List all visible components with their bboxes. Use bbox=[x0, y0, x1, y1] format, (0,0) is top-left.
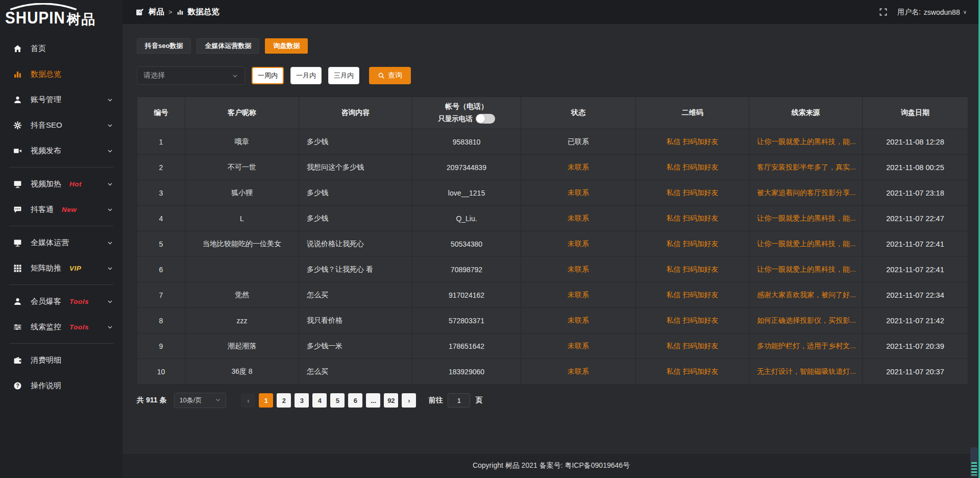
nickname-cell: 狐小狸 bbox=[185, 180, 299, 205]
column-header-6: 线索来源 bbox=[749, 97, 863, 129]
account-cell: 9583810 bbox=[412, 129, 521, 154]
qr-add-friend-link[interactable]: 私信 扫码加好友 bbox=[667, 163, 719, 172]
video-icon bbox=[13, 147, 22, 155]
sidebar-item-video-heating[interactable]: 视频加热 Hot bbox=[0, 171, 122, 197]
range-button-0[interactable]: 一周内 bbox=[252, 67, 284, 84]
sidebar-item-home[interactable]: 首页 bbox=[0, 36, 122, 61]
lead-source-link[interactable]: 被大家追着问的客厅投影分享... bbox=[757, 188, 856, 198]
filter-select[interactable]: 请选择 bbox=[137, 66, 245, 85]
qr-add-friend-link[interactable]: 私信 扫码加好友 bbox=[667, 137, 719, 147]
qr-add-friend-link[interactable]: 私信 扫码加好友 bbox=[667, 291, 719, 300]
goto-page-input[interactable] bbox=[448, 393, 470, 408]
footer: Copyright 树品 2021 备案号: 粤ICP备09019646号 bbox=[122, 453, 980, 478]
lead-source-link[interactable]: 客厅安装投影半年多了，真实... bbox=[757, 163, 856, 172]
prev-page-button[interactable]: ‹ bbox=[241, 393, 255, 408]
page-button-5[interactable]: 5 bbox=[330, 393, 345, 408]
page-button-92[interactable]: 92 bbox=[384, 393, 398, 408]
lead-source-link[interactable]: 让你一眼就爱上的黑科技，能... bbox=[757, 214, 856, 223]
qr-add-friend-link[interactable]: 私信 扫码加好友 bbox=[667, 265, 719, 274]
page-button-4[interactable]: 4 bbox=[312, 393, 327, 408]
lead-source-link[interactable]: 感谢大家喜欢我家，被问了好... bbox=[757, 291, 856, 300]
inquiry-date-cell: 2021-11-07 22:41 bbox=[863, 257, 968, 282]
qr-add-friend-link[interactable]: 私信 扫码加好友 bbox=[667, 367, 719, 376]
breadcrumb-chart-icon bbox=[177, 9, 184, 16]
sidebar-item-account-management[interactable]: 账号管理 bbox=[0, 87, 122, 112]
range-button-1[interactable]: 一月内 bbox=[290, 67, 322, 84]
account-cell: Q_Liu. bbox=[412, 206, 521, 231]
column-header-1: 客户昵称 bbox=[185, 97, 299, 129]
gear-icon bbox=[13, 121, 22, 130]
account-cell: 572803371 bbox=[412, 308, 521, 333]
lead-source-link[interactable]: 多功能护栏灯，适用于乡村文... bbox=[757, 342, 856, 351]
lead-source-link[interactable]: 让你一眼就爱上的黑科技，能... bbox=[757, 137, 856, 147]
qr-add-friend-link[interactable]: 私信 扫码加好友 bbox=[667, 214, 719, 223]
account-cell: 178651642 bbox=[412, 333, 521, 358]
range-buttons: 一周内一月内三月内 bbox=[245, 67, 359, 84]
qr-add-friend-link[interactable]: 私信 扫码加好友 bbox=[667, 316, 719, 325]
chevron-down-icon bbox=[107, 265, 113, 272]
status-cell: 未联系 bbox=[521, 180, 636, 205]
range-button-2[interactable]: 三月内 bbox=[328, 67, 359, 84]
page-button-6[interactable]: 6 bbox=[348, 393, 362, 408]
status-cell: 未联系 bbox=[521, 257, 636, 282]
sidebar-item-consumption-detail[interactable]: 消费明细 bbox=[0, 347, 122, 373]
sidebar-item-douketong[interactable]: 抖客通 New bbox=[0, 197, 122, 222]
sidebar: SHUPIN 树品 首页 数据总览 账号管理 抖音SEO bbox=[0, 0, 122, 478]
nickname-cell: 觉然 bbox=[185, 282, 299, 307]
side-mini-widget bbox=[970, 447, 978, 477]
inquiry-content-cell: 怎么买 bbox=[299, 359, 412, 384]
sidebar-item-tag: New bbox=[62, 206, 77, 213]
qr-add-friend-link[interactable]: 私信 扫码加好友 bbox=[667, 240, 719, 249]
account-cell: love__1215 bbox=[412, 180, 521, 205]
phone-only-toggle[interactable] bbox=[476, 114, 495, 124]
table-row: 5当地比较能吃的一位美女说说价格让我死心50534380未联系私信 扫码加好友让… bbox=[137, 231, 968, 256]
qrcode-actions-cell: 私信 扫码加好友 bbox=[636, 231, 749, 256]
lead-source-link[interactable]: 如何正确选择投影仪，买投影... bbox=[757, 316, 856, 325]
inquiry-date-cell: 2021-11-08 12:28 bbox=[863, 129, 968, 154]
sidebar-item-operation-guide[interactable]: ? 操作说明 bbox=[0, 373, 122, 398]
chevron-down-icon bbox=[107, 206, 113, 213]
status-cell: 未联系 bbox=[521, 359, 636, 384]
qrcode-actions-cell: 私信 扫码加好友 bbox=[636, 129, 749, 154]
tab-douyin-seo-data[interactable]: 抖音seo数据 bbox=[137, 38, 191, 54]
sidebar-item-clue-monitor[interactable]: 线索监控 Tools bbox=[0, 314, 122, 340]
lead-source-link[interactable]: 让你一眼就爱上的黑科技，能... bbox=[757, 240, 856, 249]
filter-row: 请选择 一周内一月内三月内 查询 bbox=[137, 66, 968, 85]
fullscreen-icon[interactable] bbox=[879, 8, 887, 16]
qr-add-friend-link[interactable]: 私信 扫码加好友 bbox=[667, 342, 719, 351]
sidebar-item-video-publish[interactable]: 视频发布 bbox=[0, 138, 122, 163]
lead-source-link[interactable]: 无主灯设计，智能磁吸轨道灯... bbox=[757, 367, 856, 376]
sidebar-divider bbox=[9, 284, 113, 285]
lead-source-link[interactable]: 让你一眼就爱上的黑科技，能... bbox=[757, 265, 856, 274]
page-button-2[interactable]: 2 bbox=[277, 393, 291, 408]
tab-omni-media-data[interactable]: 全媒体运营数据 bbox=[197, 38, 259, 54]
nickname-cell bbox=[185, 257, 299, 282]
sidebar-item-label: 视频发布 bbox=[31, 146, 61, 156]
lead-source-cell: 让你一眼就爱上的黑科技，能... bbox=[749, 129, 863, 154]
qr-add-friend-link[interactable]: 私信 扫码加好友 bbox=[667, 188, 719, 198]
page-button-1[interactable]: 1 bbox=[259, 393, 273, 408]
sidebar-item-member-baoke[interactable]: 会员爆客 Tools bbox=[0, 289, 122, 314]
query-button[interactable]: 查询 bbox=[369, 67, 411, 84]
sidebar-item-omni-media[interactable]: 全媒体运营 bbox=[0, 230, 122, 255]
brand-logo-cn: 树品 bbox=[67, 13, 96, 27]
table-row: 6多少钱？让我死心 看70898792未联系私信 扫码加好友让你一眼就爱上的黑科… bbox=[137, 256, 968, 282]
content: 抖音seo数据全媒体运营数据询盘数据 请选择 一周内一月内三月内 查询 bbox=[122, 24, 980, 453]
status-cell: 未联系 bbox=[521, 282, 636, 307]
sidebar-item-douyin-seo[interactable]: 抖音SEO bbox=[0, 112, 122, 138]
qrcode-actions-cell: 私信 扫码加好友 bbox=[636, 333, 749, 358]
breadcrumb-root[interactable]: 树品 bbox=[149, 7, 164, 17]
tab-inquiry-data[interactable]: 询盘数据 bbox=[265, 38, 308, 54]
lead-source-cell: 被大家追着问的客厅投影分享... bbox=[749, 180, 863, 205]
page-ellipsis-button[interactable]: ... bbox=[366, 393, 380, 408]
page-size-select[interactable]: 10条/页 bbox=[174, 393, 226, 408]
sidebar-item-matrix-boost[interactable]: 矩阵助推 VIP bbox=[0, 255, 122, 281]
main-area: 树品 > 数据总览 用户名: zswodun88 ∨ bbox=[122, 0, 980, 478]
user-menu[interactable]: 用户名: zswodun88 ∨ bbox=[897, 8, 967, 17]
inquiry-date-cell: 2021-11-07 23:18 bbox=[863, 180, 968, 205]
row-index-cell: 10 bbox=[137, 359, 185, 384]
sidebar-item-data-overview[interactable]: 数据总览 bbox=[0, 61, 122, 87]
next-page-button[interactable]: › bbox=[402, 393, 416, 408]
page-button-3[interactable]: 3 bbox=[295, 393, 309, 408]
lead-source-cell: 让你一眼就爱上的黑科技，能... bbox=[749, 206, 863, 231]
